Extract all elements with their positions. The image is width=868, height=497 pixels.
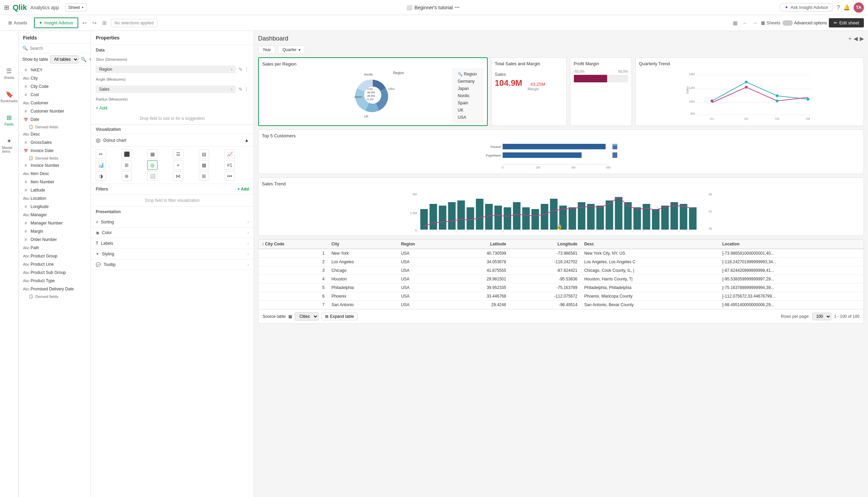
table-row[interactable]: 3 Chicago USA 41.875555 -87.624421 Chica… (258, 266, 864, 275)
table-row[interactable]: 4 Houston USA 29.981501 -95.53836 Housto… (258, 275, 864, 284)
chart-donut-icon[interactable]: ◎ (147, 160, 158, 170)
col-location[interactable]: Location (719, 240, 864, 249)
chart-funnel-icon[interactable]: ⌖ (173, 160, 183, 170)
usa-item[interactable]: USA (456, 114, 480, 120)
avatar[interactable]: TA (854, 2, 864, 13)
germany-item[interactable]: Germany (456, 78, 480, 84)
table-row[interactable]: 1 New York USA 40.730599 -73.986581 New … (258, 249, 864, 258)
sidebar-item-bookmarks[interactable]: 🔖 Bookmarks (0, 89, 20, 105)
nav-grid-icon[interactable]: ⊞ (4, 4, 9, 11)
field-item[interactable]: # Order Number (19, 235, 91, 244)
field-item[interactable]: Abc Product Sub Group (19, 268, 91, 277)
region-filter-item[interactable]: 🔍 Region (456, 71, 480, 77)
col-city[interactable]: City (328, 240, 398, 249)
chart-table-icon[interactable]: ⬛ (121, 149, 132, 159)
field-item[interactable]: # GrossSales (19, 138, 91, 147)
chart-more-icon[interactable]: ••• (224, 171, 235, 181)
more-icon[interactable]: ••• (455, 5, 460, 10)
field-item[interactable]: # Cost (19, 91, 91, 99)
field-item[interactable]: # %KEY (19, 66, 91, 74)
field-item[interactable]: Abc Manager (19, 211, 91, 219)
field-item[interactable]: Abc Location (19, 194, 91, 203)
grid-btn[interactable]: ⊞ (101, 19, 108, 27)
field-item[interactable]: # Longitude (19, 203, 91, 211)
derived-item[interactable]: 📋 Derived fields (19, 293, 91, 300)
redo-btn[interactable]: ↪ (91, 19, 98, 27)
search-input[interactable] (30, 46, 87, 51)
chart-bar3-icon[interactable]: 📊 (96, 160, 106, 170)
styling-row[interactable]: ✦ Styling › (91, 249, 254, 259)
uk-item[interactable]: UK (456, 107, 480, 113)
edit-prop-icon2[interactable]: ✎ (239, 86, 243, 92)
field-item[interactable]: Abc Product Group (19, 252, 91, 260)
chart-bullet-icon[interactable]: ☰ (173, 149, 183, 159)
chart-network-icon[interactable]: ⋈ (173, 171, 183, 181)
add-btn[interactable]: + Add (96, 105, 107, 111)
field-item[interactable]: 📅 Invoice Date (19, 147, 91, 155)
chart-bar-icon[interactable]: ✏ (96, 149, 106, 159)
quarterly-trend-card[interactable]: Quarterly Trend 14M 12M 10M 8M Sales (635, 57, 864, 126)
sales-per-region-card[interactable]: Sales per Region Region (258, 57, 488, 126)
rows-per-page-select[interactable]: 100 (812, 313, 831, 320)
field-item[interactable]: # Manager Number (19, 219, 91, 227)
grid-layout-btn[interactable]: ▦ (731, 19, 739, 27)
expand-table-btn[interactable]: ⊞ Expand table (321, 313, 358, 320)
field-item[interactable]: Abc City (19, 74, 91, 82)
more-prop-icon2[interactable]: ⋮ (244, 86, 249, 92)
derived-item[interactable]: 📋 Derived fields (19, 155, 91, 161)
col-longitude[interactable]: Longitude (510, 240, 581, 249)
field-item[interactable]: Abc Desc (19, 130, 91, 138)
nav-right-btn[interactable]: ▶ (860, 35, 864, 42)
assets-tab[interactable]: ⊞ Assets (4, 18, 31, 27)
add-filter-btn[interactable]: + Add (238, 187, 249, 192)
col-region[interactable]: Region (397, 240, 447, 249)
chart-bar2-icon[interactable]: ▦ (147, 149, 158, 159)
total-sales-card[interactable]: Total Sales and Margin Sales 104.9M · 43… (491, 57, 567, 126)
field-item[interactable]: Abc Item Desc (19, 170, 91, 178)
edit-sheet-btn[interactable]: ✏ Edit sheet (829, 18, 864, 27)
chart-table2-icon[interactable]: ▦ (199, 160, 209, 170)
field-item[interactable]: Abc Promised Delivery Date (19, 285, 91, 293)
color-row[interactable]: ◉ Color › (91, 228, 254, 238)
field-item[interactable]: # Latitude (19, 186, 91, 194)
chart-pivot-icon[interactable]: ⊞ (199, 171, 209, 181)
labels-row[interactable]: T Labels › (91, 238, 254, 249)
edit-prop-icon[interactable]: ✎ (239, 67, 243, 72)
table-row[interactable]: 6 Phoenix USA 33.446768 -112.075672 Phoe… (258, 292, 864, 301)
top5-customers-card[interactable]: Top 5 Customers Paracel 5.69M PageWave 0… (258, 129, 864, 174)
field-item[interactable]: # Customer Number (19, 107, 91, 115)
derived-item[interactable]: 📋 Derived fields (19, 124, 91, 130)
table-dropdown[interactable]: Cities (295, 312, 319, 321)
more-prop-icon[interactable]: ⋮ (244, 67, 249, 72)
sorting-row[interactable]: ≡ Sorting › (91, 217, 254, 228)
col-desc[interactable]: Desc (581, 240, 719, 249)
col-latitude[interactable]: Latitude (447, 240, 509, 249)
sidebar-item-fields[interactable]: ⊞ Fields (2, 112, 16, 128)
sales-trend-card[interactable]: Sales Trend 5M 2.5M 0 46 41 36 (258, 177, 864, 236)
nav-next-btn[interactable]: → (751, 19, 759, 27)
chart-line-icon[interactable]: 📈 (224, 149, 235, 159)
undo-btn[interactable]: ↩ (81, 19, 88, 27)
nav-left-btn[interactable]: ◀ (854, 35, 858, 42)
sheet-selector[interactable]: Sheet ▾ (65, 3, 86, 11)
chart-hash-icon[interactable]: #1 (224, 160, 235, 170)
sales-tag[interactable]: Sales › (96, 85, 236, 93)
collapse-viz-icon[interactable]: ▲ (244, 138, 249, 143)
col-citycode[interactable]: ↕ City Code (258, 240, 328, 249)
help-btn[interactable]: ? (837, 4, 840, 11)
field-item[interactable]: Abc Product Type (19, 277, 91, 285)
field-item[interactable]: 📅 Date (19, 115, 91, 124)
year-filter-pill[interactable]: Year (258, 46, 275, 54)
advanced-options-toggle[interactable]: Advanced options (783, 20, 827, 26)
field-item[interactable]: Abc Path (19, 244, 91, 252)
chart-map-icon[interactable]: ⊕ (121, 171, 132, 181)
ask-advisor-btn[interactable]: ✦ Ask Insight Advisor (779, 3, 833, 12)
chart-gauge-icon[interactable]: ◑ (96, 171, 106, 181)
field-item[interactable]: # Item Number (19, 178, 91, 186)
sidebar-item-sheets[interactable]: ☰ Sheets (2, 65, 16, 82)
sidebar-item-master[interactable]: ✦ Master items (0, 135, 18, 155)
table-row[interactable]: 5 Philadelphia USA 39.952335 -75.163789 … (258, 284, 864, 292)
add-field-btn[interactable]: + (89, 56, 91, 62)
nav-prev-btn[interactable]: ← (741, 19, 749, 27)
nordic-item[interactable]: Nordic (456, 93, 480, 99)
